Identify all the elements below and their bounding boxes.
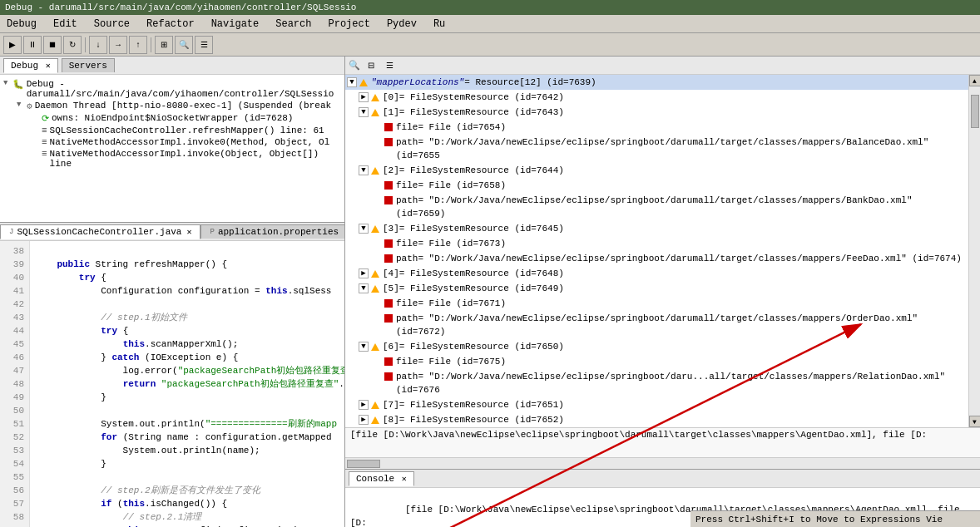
var-row-5[interactable]: ▼ [5]= FileSystemResource (id=7649) <box>345 281 968 296</box>
toolbar: ▶ ⏸ ⏹ ↻ ↓ → ↑ ⊞ 🔍 ☰ <box>0 33 980 57</box>
debug-tree-root[interactable]: ▼ 🐛 Debug - darumall/src/main/java/com/y… <box>3 78 341 100</box>
console-tab-bar: Console ✕ <box>345 470 980 488</box>
expand-4[interactable]: ▶ <box>359 268 369 278</box>
right-panel: 🔍 ⊟ ☰ ▼ "mapperLocations" = Resource[12]… <box>345 57 980 527</box>
var-row-2-path[interactable]: path= "D:/Work/Java/newEclipse/eclipse/s… <box>345 193 968 221</box>
horiz-scroll-bar[interactable] <box>345 457 980 469</box>
icon-3 <box>370 224 380 234</box>
tab-servers[interactable]: Servers <box>62 58 115 72</box>
java-tab-close[interactable]: ✕ <box>186 227 191 237</box>
root-var-name: "mapperLocations" <box>371 76 464 89</box>
var-row-3-path[interactable]: path= "D:/Work/Java/newEclipse/eclipse/s… <box>345 251 968 266</box>
toolbar-btn-3[interactable]: ⏹ <box>43 36 62 54</box>
expand-root[interactable]: ▼ <box>347 77 357 87</box>
toolbar-btn-step-into[interactable]: ↓ <box>89 36 107 54</box>
debug-tree-native1[interactable]: ≡ NativeMethodAccessorImpl.invoke0(Metho… <box>3 136 341 148</box>
debug-tree-native2[interactable]: ≡ NativeMethodAccessorImpl.invoke(Object… <box>3 148 341 170</box>
scroll-thumb[interactable] <box>971 95 979 128</box>
toolbar-btn-step-return[interactable]: ↑ <box>129 36 147 54</box>
debug-tree-session[interactable]: ≡ SQLSessionCacheController.refreshMappe… <box>3 125 341 136</box>
menu-bar: Debug Edit Source Refactor Navigate Sear… <box>0 15 980 33</box>
menu-pydev[interactable]: Pydev <box>384 17 420 31</box>
tab-java-file[interactable]: J SQLSessionCacheController.java ✕ <box>0 224 200 239</box>
scroll-track[interactable] <box>970 86 980 416</box>
menu-search[interactable]: Search <box>272 17 314 31</box>
var-row-1-file[interactable]: file= File (id=7654) <box>345 120 968 135</box>
menu-run[interactable]: Ru <box>430 17 448 31</box>
native2-icon: ≡ <box>42 149 47 159</box>
var-row-2-file[interactable]: file= File (id=7658) <box>345 178 968 193</box>
code-content: 3839404142 4344454647 4849505152 5354555… <box>0 241 344 527</box>
icon-0 <box>370 92 380 102</box>
menu-project[interactable]: Project <box>324 17 373 31</box>
expand-1[interactable]: ▼ <box>359 107 369 117</box>
var-row-6-file[interactable]: file= File (id=7675) <box>345 354 968 369</box>
debug-tab-close[interactable]: ✕ <box>46 62 51 71</box>
menu-navigate[interactable]: Navigate <box>208 17 263 31</box>
expand-7[interactable]: ▶ <box>359 400 369 410</box>
icon-8 <box>370 415 380 425</box>
var-row-5-path[interactable]: path= "D:/Work/Java/newEclipse/eclipse/s… <box>345 311 968 339</box>
menu-debug[interactable]: Debug <box>3 17 40 31</box>
scroll-up-button[interactable]: ▲ <box>969 75 981 86</box>
menu-source[interactable]: Source <box>91 17 133 31</box>
var-row-6[interactable]: ▼ [6]= FileSystemResource (id=7650) <box>345 339 968 354</box>
debug-tree-thread[interactable]: ▼ ⚙ Daemon Thread [http-nio-8080-exec-1]… <box>3 100 341 112</box>
code-area[interactable]: public String refreshMapper() { try { Co… <box>30 241 344 527</box>
title-text: Debug - darumall/src/main/java/com/yihao… <box>5 2 356 12</box>
expand-2[interactable]: ▼ <box>359 165 369 175</box>
vars-toolbar: 🔍 ⊟ ☰ <box>345 57 980 75</box>
var-row-5-file[interactable]: file= File (id=7671) <box>345 296 968 311</box>
status-text: Press Ctrl+Shift+I to Move to Expression… <box>695 515 943 525</box>
icon-5 <box>370 283 380 293</box>
debug-tree-owns[interactable]: ⟳ owns: NioEndpoint$NioSocketWrapper (id… <box>3 112 341 125</box>
var-row-1-path[interactable]: path= "D:/Work/Java/newEclipse/eclipse/s… <box>345 135 968 163</box>
var-row-0[interactable]: ▶ [0]= FileSystemResource (id=7642) <box>345 90 968 105</box>
var-row-3[interactable]: ▼ [3]= FileSystemResource (id=7645) <box>345 221 968 236</box>
bottom-info-text: [file [D:\Work\Java\newEclipse\eclipse\s… <box>350 430 927 440</box>
toolbar-btn-7[interactable]: ☰ <box>195 36 213 54</box>
expand-8[interactable]: ▶ <box>359 415 369 425</box>
debug-tree: ▼ 🐛 Debug - darumall/src/main/java/com/y… <box>0 75 344 223</box>
toolbar-btn-5[interactable]: ⊞ <box>155 36 173 54</box>
var-row-7[interactable]: ▶ [7]= FileSystemResource (id=7651) <box>345 397 968 412</box>
collapse-all-button[interactable]: ⊟ <box>364 58 379 73</box>
var-row-2[interactable]: ▼ [2]= FileSystemResource (id=7644) <box>345 163 968 178</box>
toolbar-btn-1[interactable]: ▶ <box>3 36 22 54</box>
tab-debug[interactable]: Debug ✕ <box>3 58 58 73</box>
toolbar-btn-step-over[interactable]: → <box>109 36 127 54</box>
var-row-8[interactable]: ▶ [8]= FileSystemResource (id=7652) <box>345 412 968 427</box>
toolbar-btn-2[interactable]: ⏸ <box>23 36 42 54</box>
expand-3[interactable]: ▼ <box>359 224 369 234</box>
var-row-1[interactable]: ▼ [1]= FileSystemResource (id=7643) <box>345 105 968 120</box>
var-root-row[interactable]: ▼ "mapperLocations" = Resource[12] (id=7… <box>345 75 968 90</box>
view-menu-button[interactable]: ☰ <box>382 58 397 73</box>
expand-5[interactable]: ▼ <box>359 283 369 293</box>
tab-properties-file[interactable]: P application.properties <box>200 224 344 239</box>
root-icon <box>359 77 369 87</box>
debug-icon-root: 🐛 <box>12 79 24 90</box>
menu-refactor[interactable]: Refactor <box>143 17 198 31</box>
search-icon: 🔍 <box>349 60 360 71</box>
title-bar: Debug - darumall/src/main/java/com/yihao… <box>0 0 980 15</box>
var-row-6-path[interactable]: path= "D:/Work/Java/newEclipse/eclipse/s… <box>345 369 968 397</box>
horiz-scroll-thumb[interactable] <box>347 460 380 468</box>
icon-2 <box>370 165 380 175</box>
var-row-4[interactable]: ▶ [4]= FileSystemResource (id=7648) <box>345 266 968 281</box>
toolbar-sep-1 <box>85 37 86 52</box>
expand-0[interactable]: ▶ <box>359 92 369 102</box>
debug-tab-bar: Debug ✕ Servers <box>0 57 344 75</box>
icon-4 <box>370 268 380 278</box>
icon-2p <box>384 195 393 205</box>
expand-6[interactable]: ▼ <box>359 342 369 352</box>
toolbar-sep-2 <box>151 37 151 52</box>
scroll-down-button[interactable]: ▼ <box>969 416 981 427</box>
icon-2f <box>384 180 393 190</box>
icon-5p <box>384 313 393 323</box>
toolbar-btn-6[interactable]: 🔍 <box>175 36 193 54</box>
toolbar-btn-4[interactable]: ↻ <box>63 36 82 54</box>
console-tab-close[interactable]: ✕ <box>402 475 407 484</box>
menu-edit[interactable]: Edit <box>50 17 81 31</box>
tab-console[interactable]: Console ✕ <box>349 471 414 486</box>
var-row-3-file[interactable]: file= File (id=7673) <box>345 236 968 251</box>
